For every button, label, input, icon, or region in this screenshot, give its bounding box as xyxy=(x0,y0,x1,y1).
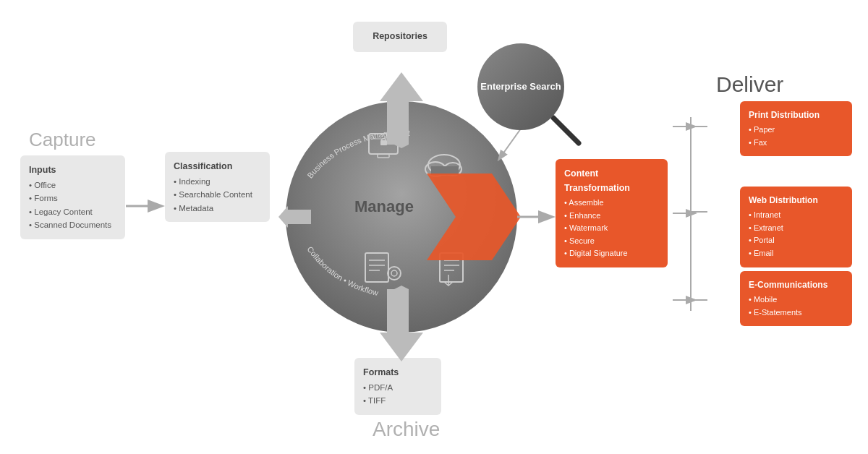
svg-marker-27 xyxy=(278,206,311,228)
svg-text:Collaboration  •  Workflow: Collaboration • Workflow xyxy=(305,245,379,298)
ecomm-item-1: Mobile xyxy=(749,294,843,307)
svg-rect-6 xyxy=(380,140,387,145)
formats-item-1: PDF/A xyxy=(363,381,433,394)
svg-marker-22 xyxy=(427,174,521,260)
svg-rect-3 xyxy=(369,134,398,154)
inputs-item-2: Forms xyxy=(29,192,116,205)
formats-list: PDF/A TIFF xyxy=(363,381,433,408)
svg-marker-25 xyxy=(387,286,409,333)
classification-box: Classification Indexing Searchable Conte… xyxy=(165,152,270,222)
svg-rect-11 xyxy=(365,253,388,282)
svg-line-37 xyxy=(553,118,579,143)
inputs-list: Office Forms Legacy Content Scanned Docu… xyxy=(29,179,116,232)
formats-item-2: TIFF xyxy=(363,394,433,407)
enterprise-search-circle: Enterprise Search xyxy=(477,43,564,130)
ct-item-2: Enhance xyxy=(564,210,659,223)
svg-marker-24 xyxy=(380,72,423,101)
archive-label: Archive xyxy=(373,418,440,441)
inputs-title: Inputs xyxy=(29,163,116,177)
ct-list: Assemble Enhance Watermark Secure Digita… xyxy=(564,197,659,260)
formats-title: Formats xyxy=(363,365,433,380)
ct-item-1: Assemble xyxy=(564,197,659,210)
ecomm-list: Mobile E-Statements xyxy=(749,294,843,319)
content-transformation-box: Content Transformation Assemble Enhance … xyxy=(556,159,668,267)
repositories-box: Repositories xyxy=(353,22,447,52)
svg-point-0 xyxy=(286,101,517,333)
ecomm-title: E-Communications xyxy=(749,278,843,292)
print-title: Print Distribution xyxy=(749,108,843,122)
svg-point-8 xyxy=(425,162,446,176)
repositories-title: Repositories xyxy=(362,29,438,43)
svg-rect-17 xyxy=(440,253,463,282)
svg-marker-23 xyxy=(387,101,409,148)
ecomm-item-2: E-Statements xyxy=(749,307,843,320)
web-title: Web Distribution xyxy=(749,194,843,207)
svg-line-39 xyxy=(499,129,521,159)
formats-box: Formats PDF/A TIFF xyxy=(354,358,441,415)
svg-point-7 xyxy=(428,155,460,175)
capture-label: Capture xyxy=(29,129,96,151)
classification-title: Classification xyxy=(174,159,261,174)
class-item-1: Indexing xyxy=(174,175,261,188)
manage-label: Manage xyxy=(354,197,414,216)
svg-text:Business Process Management: Business Process Management xyxy=(305,128,410,179)
class-item-2: Searchable Content xyxy=(174,188,261,201)
svg-rect-10 xyxy=(431,166,459,175)
web-item-2: Extranet xyxy=(749,222,843,235)
ct-item-4: Secure xyxy=(564,235,659,248)
print-list: Paper Fax xyxy=(749,124,843,149)
inputs-item-4: Scanned Documents xyxy=(29,218,116,231)
svg-point-9 xyxy=(444,163,461,176)
inputs-item-1: Office xyxy=(29,179,116,192)
svg-point-15 xyxy=(388,267,401,280)
web-list: Intranet Extranet Portal Email xyxy=(749,209,843,260)
deliver-label: Deliver xyxy=(716,72,783,97)
web-distribution-box: Web Distribution Intranet Extranet Porta… xyxy=(740,187,852,267)
print-distribution-box: Print Distribution Paper Fax xyxy=(740,101,852,156)
svg-marker-26 xyxy=(380,333,423,361)
web-item-4: Email xyxy=(749,247,843,260)
ct-item-5: Digital Signature xyxy=(564,247,659,260)
print-item-2: Fax xyxy=(749,137,843,150)
print-item-1: Paper xyxy=(749,124,843,137)
classification-list: Indexing Searchable Content Metadata xyxy=(174,175,261,215)
svg-rect-4 xyxy=(378,154,389,158)
ecomm-box: E-Communications Mobile E-Statements xyxy=(740,271,852,326)
svg-point-16 xyxy=(391,270,397,276)
web-item-3: Portal xyxy=(749,234,843,247)
ct-title: Content Transformation xyxy=(564,166,659,195)
inputs-box: Inputs Office Forms Legacy Content Scann… xyxy=(20,155,125,239)
web-item-1: Intranet xyxy=(749,209,843,222)
inputs-item-3: Legacy Content xyxy=(29,205,116,218)
ct-item-3: Watermark xyxy=(564,222,659,235)
class-item-3: Metadata xyxy=(174,202,261,215)
